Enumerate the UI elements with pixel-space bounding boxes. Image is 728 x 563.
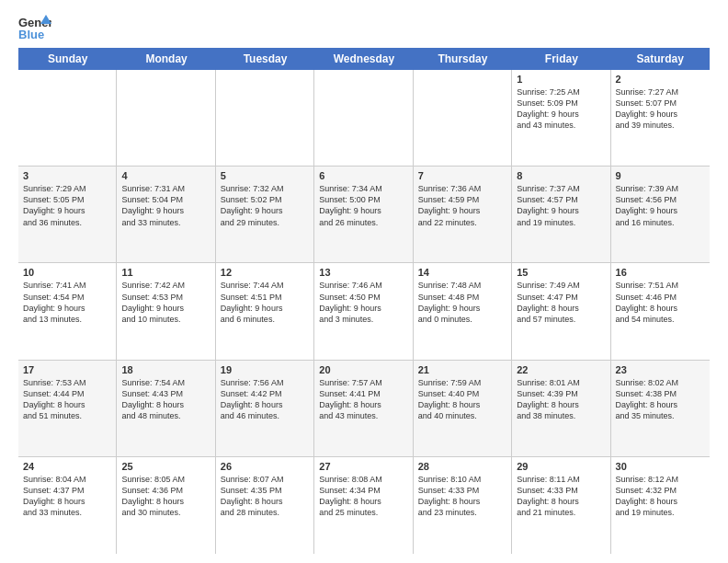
calendar-day: 14Sunrise: 7:48 AM Sunset: 4:48 PM Dayli…	[414, 263, 512, 359]
day-info: Sunrise: 8:08 AM Sunset: 4:34 PM Dayligh…	[319, 474, 407, 519]
day-info: Sunrise: 7:29 AM Sunset: 5:05 PM Dayligh…	[23, 183, 111, 228]
calendar-day: 25Sunrise: 8:05 AM Sunset: 4:36 PM Dayli…	[117, 457, 215, 554]
calendar-day: 5Sunrise: 7:32 AM Sunset: 5:02 PM Daylig…	[216, 167, 314, 262]
logo: General Blue	[18, 15, 51, 40]
calendar-empty	[117, 70, 215, 166]
day-number: 19	[221, 364, 309, 375]
day-number: 13	[319, 267, 407, 278]
calendar-day: 13Sunrise: 7:46 AM Sunset: 4:50 PM Dayli…	[314, 263, 413, 359]
day-number: 1	[517, 74, 605, 85]
calendar-day: 7Sunrise: 7:36 AM Sunset: 4:59 PM Daylig…	[414, 167, 512, 262]
svg-text:Blue: Blue	[18, 28, 44, 40]
day-info: Sunrise: 7:57 AM Sunset: 4:41 PM Dayligh…	[319, 377, 407, 422]
day-number: 28	[418, 461, 506, 472]
calendar-week: 3Sunrise: 7:29 AM Sunset: 5:05 PM Daylig…	[18, 167, 710, 263]
day-number: 16	[616, 267, 705, 278]
weekday-header: Saturday	[611, 48, 710, 70]
calendar-empty	[18, 70, 117, 166]
day-info: Sunrise: 7:48 AM Sunset: 4:48 PM Dayligh…	[418, 280, 506, 325]
day-number: 4	[121, 170, 210, 181]
header: General Blue	[18, 15, 710, 40]
calendar-day: 11Sunrise: 7:42 AM Sunset: 4:53 PM Dayli…	[117, 263, 215, 359]
day-info: Sunrise: 7:27 AM Sunset: 5:07 PM Dayligh…	[616, 86, 705, 132]
weekday-header: Sunday	[18, 48, 117, 70]
day-number: 2	[616, 74, 705, 85]
day-number: 21	[418, 364, 506, 375]
calendar-day: 24Sunrise: 8:04 AM Sunset: 4:37 PM Dayli…	[18, 457, 117, 554]
day-number: 12	[221, 267, 309, 278]
calendar-day: 10Sunrise: 7:41 AM Sunset: 4:54 PM Dayli…	[18, 263, 117, 359]
calendar-day: 20Sunrise: 7:57 AM Sunset: 4:41 PM Dayli…	[314, 361, 413, 456]
day-number: 15	[517, 267, 605, 278]
day-number: 23	[616, 364, 705, 375]
day-number: 25	[121, 461, 210, 472]
weekday-header: Tuesday	[216, 48, 314, 70]
calendar-day: 1Sunrise: 7:25 AM Sunset: 5:09 PM Daylig…	[512, 70, 610, 166]
page: General Blue SundayMondayTuesdayWednesda…	[0, 0, 728, 563]
day-number: 20	[319, 364, 407, 375]
calendar-day: 30Sunrise: 8:12 AM Sunset: 4:32 PM Dayli…	[611, 457, 710, 554]
day-info: Sunrise: 8:01 AM Sunset: 4:39 PM Dayligh…	[517, 377, 605, 422]
weekday-header: Wednesday	[314, 48, 413, 70]
calendar-week: 24Sunrise: 8:04 AM Sunset: 4:37 PM Dayli…	[18, 457, 710, 554]
calendar-day: 19Sunrise: 7:56 AM Sunset: 4:42 PM Dayli…	[216, 361, 314, 456]
day-number: 3	[23, 170, 111, 181]
day-info: Sunrise: 7:56 AM Sunset: 4:42 PM Dayligh…	[221, 377, 309, 422]
day-number: 27	[319, 461, 407, 472]
calendar-day: 9Sunrise: 7:39 AM Sunset: 4:56 PM Daylig…	[611, 167, 710, 262]
day-number: 5	[221, 170, 309, 181]
day-number: 26	[221, 461, 309, 472]
day-info: Sunrise: 7:39 AM Sunset: 4:56 PM Dayligh…	[616, 183, 705, 228]
day-info: Sunrise: 7:25 AM Sunset: 5:09 PM Dayligh…	[517, 86, 605, 132]
calendar-day: 26Sunrise: 8:07 AM Sunset: 4:35 PM Dayli…	[216, 457, 314, 554]
calendar-day: 4Sunrise: 7:31 AM Sunset: 5:04 PM Daylig…	[117, 167, 215, 262]
calendar-header: SundayMondayTuesdayWednesdayThursdayFrid…	[18, 48, 710, 70]
calendar-week: 1Sunrise: 7:25 AM Sunset: 5:09 PM Daylig…	[18, 70, 710, 167]
weekday-header: Thursday	[414, 48, 512, 70]
calendar-body: 1Sunrise: 7:25 AM Sunset: 5:09 PM Daylig…	[18, 70, 710, 554]
day-number: 6	[319, 170, 407, 181]
calendar-empty	[216, 70, 314, 166]
day-info: Sunrise: 7:32 AM Sunset: 5:02 PM Dayligh…	[221, 183, 309, 228]
day-info: Sunrise: 7:31 AM Sunset: 5:04 PM Dayligh…	[121, 183, 210, 228]
day-info: Sunrise: 8:02 AM Sunset: 4:38 PM Dayligh…	[616, 377, 705, 422]
day-info: Sunrise: 8:11 AM Sunset: 4:33 PM Dayligh…	[517, 474, 605, 519]
calendar-day: 6Sunrise: 7:34 AM Sunset: 5:00 PM Daylig…	[314, 167, 413, 262]
calendar-day: 23Sunrise: 8:02 AM Sunset: 4:38 PM Dayli…	[611, 361, 710, 456]
day-info: Sunrise: 7:54 AM Sunset: 4:43 PM Dayligh…	[121, 377, 210, 422]
calendar-day: 12Sunrise: 7:44 AM Sunset: 4:51 PM Dayli…	[216, 263, 314, 359]
day-info: Sunrise: 7:36 AM Sunset: 4:59 PM Dayligh…	[418, 183, 506, 228]
day-info: Sunrise: 8:12 AM Sunset: 4:32 PM Dayligh…	[616, 474, 705, 519]
day-info: Sunrise: 7:42 AM Sunset: 4:53 PM Dayligh…	[121, 280, 210, 325]
day-number: 22	[517, 364, 605, 375]
day-info: Sunrise: 8:10 AM Sunset: 4:33 PM Dayligh…	[418, 474, 506, 519]
calendar: SundayMondayTuesdayWednesdayThursdayFrid…	[18, 48, 710, 554]
day-info: Sunrise: 7:44 AM Sunset: 4:51 PM Dayligh…	[221, 280, 309, 325]
weekday-header: Monday	[117, 48, 215, 70]
calendar-day: 27Sunrise: 8:08 AM Sunset: 4:34 PM Dayli…	[314, 457, 413, 554]
calendar-day: 16Sunrise: 7:51 AM Sunset: 4:46 PM Dayli…	[611, 263, 710, 359]
day-info: Sunrise: 7:37 AM Sunset: 4:57 PM Dayligh…	[517, 183, 605, 228]
day-number: 10	[23, 267, 111, 278]
day-info: Sunrise: 7:53 AM Sunset: 4:44 PM Dayligh…	[23, 377, 111, 422]
day-number: 17	[23, 364, 111, 375]
calendar-day: 22Sunrise: 8:01 AM Sunset: 4:39 PM Dayli…	[512, 361, 610, 456]
day-number: 24	[23, 461, 111, 472]
day-info: Sunrise: 8:05 AM Sunset: 4:36 PM Dayligh…	[121, 474, 210, 519]
calendar-week: 17Sunrise: 7:53 AM Sunset: 4:44 PM Dayli…	[18, 361, 710, 457]
day-info: Sunrise: 7:34 AM Sunset: 5:00 PM Dayligh…	[319, 183, 407, 228]
day-number: 29	[517, 461, 605, 472]
day-info: Sunrise: 8:04 AM Sunset: 4:37 PM Dayligh…	[23, 474, 111, 519]
day-info: Sunrise: 7:41 AM Sunset: 4:54 PM Dayligh…	[23, 280, 111, 325]
day-number: 9	[616, 170, 705, 181]
calendar-week: 10Sunrise: 7:41 AM Sunset: 4:54 PM Dayli…	[18, 263, 710, 360]
calendar-day: 3Sunrise: 7:29 AM Sunset: 5:05 PM Daylig…	[18, 167, 117, 262]
calendar-day: 28Sunrise: 8:10 AM Sunset: 4:33 PM Dayli…	[414, 457, 512, 554]
day-info: Sunrise: 8:07 AM Sunset: 4:35 PM Dayligh…	[221, 474, 309, 519]
day-number: 14	[418, 267, 506, 278]
day-number: 7	[418, 170, 506, 181]
calendar-day: 21Sunrise: 7:59 AM Sunset: 4:40 PM Dayli…	[414, 361, 512, 456]
calendar-day: 8Sunrise: 7:37 AM Sunset: 4:57 PM Daylig…	[512, 167, 610, 262]
day-number: 18	[121, 364, 210, 375]
calendar-day: 18Sunrise: 7:54 AM Sunset: 4:43 PM Dayli…	[117, 361, 215, 456]
